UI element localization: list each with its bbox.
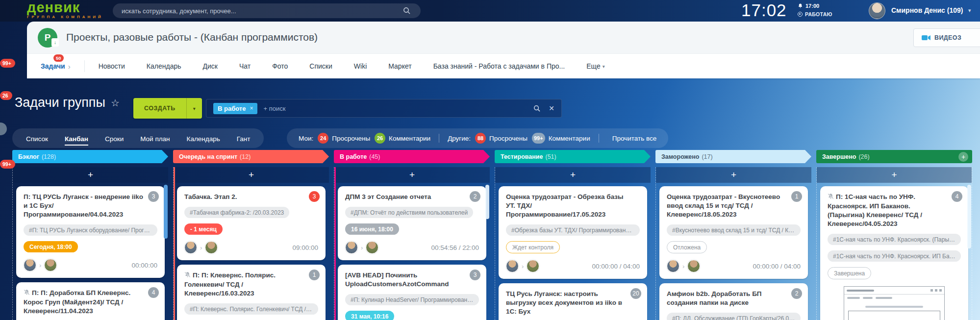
kanban-card[interactable]: Оценка трудозатрат - Вкуснотеево ввод ск… — [659, 186, 808, 279]
create-task-label[interactable]: СОЗДАТЬ — [133, 98, 186, 119]
column-add-row[interactable]: + — [656, 167, 811, 183]
nav-item-10[interactable]: Еще▾ — [586, 62, 605, 70]
remove-filter-icon[interactable]: × — [250, 105, 253, 112]
avatar[interactable] — [667, 260, 679, 272]
chevron-down-icon[interactable]: ▾ — [968, 7, 971, 14]
others-overdue-counter[interactable]: 88 Просрочены — [475, 133, 528, 144]
card-counter-badge[interactable]: 1 — [309, 270, 320, 280]
filter-chip[interactable]: В работе × — [213, 103, 257, 114]
view-tab-4[interactable]: Календарь — [187, 134, 220, 143]
avatar[interactable] — [506, 260, 519, 272]
rail-notification-badge[interactable]: 99+ — [0, 160, 15, 169]
column-add-button[interactable]: + — [958, 152, 968, 162]
kanban-card[interactable]: Амфион b2b. Доработать БП создания папки… — [659, 283, 808, 320]
task-tag[interactable]: #П: ТЦ РУСЬ Луганск оборудование/ Програ… — [24, 224, 157, 236]
user-name[interactable]: Смирнов Денис (109) — [891, 6, 963, 14]
column-add-row[interactable]: + — [495, 167, 651, 183]
kanban-card[interactable]: [AVB HEAD] Починить UploadCustomersAzotC… — [338, 265, 486, 320]
card-counter-badge[interactable]: 2 — [791, 288, 802, 299]
task-tag[interactable]: #П: Клевернс. Полярис. Голенкевич/ ТСД /… — [184, 303, 318, 315]
column-add-row[interactable]: + — [334, 167, 490, 183]
task-tag[interactable]: #1С-ная часть по УНФ. Красноярск. ИП Бак… — [828, 250, 961, 262]
kanban-card[interactable]: П: П: Доработка БП Клевернс. Корос Груп … — [16, 282, 165, 320]
nav-item-1[interactable]: Новости — [99, 62, 125, 70]
nav-item-8[interactable]: Маркет — [388, 62, 411, 70]
rail-notification-badge[interactable]: 99+ — [0, 59, 15, 68]
company-logo[interactable]: денвик ГРУППА КОМПАНИЙ — [27, 0, 103, 19]
column-header[interactable]: В работе(45) — [334, 150, 490, 163]
avatar[interactable] — [205, 241, 218, 254]
video-call-button[interactable]: ВИДЕОЗ — [913, 28, 980, 47]
global-search-input[interactable] — [113, 3, 421, 18]
attachment-preview[interactable] — [844, 286, 945, 320]
avatar[interactable] — [366, 241, 378, 254]
filter-placeholder[interactable]: + поиск — [263, 105, 285, 112]
work-status[interactable]: РАБОТАЮ — [798, 11, 832, 17]
filter-search-icon[interactable] — [533, 105, 541, 112]
avatar[interactable] — [184, 241, 197, 254]
task-tag[interactable]: #Вкуснотеево ввод склад 15 и тсд/ ТСД / … — [667, 224, 801, 236]
nav-item-7[interactable]: Wiki — [354, 62, 367, 70]
kanban-card[interactable]: ТЦ Русь Луганск: настроить выгрузку всех… — [499, 283, 647, 320]
view-tab-0[interactable]: Список — [26, 134, 48, 143]
kanban-card[interactable]: Оценка трудозатрат - Обрезка базы УТ. ТД… — [499, 186, 647, 279]
task-tag[interactable]: #Табачная фабрика-2: /20.03.2023 — [184, 207, 289, 218]
others-comments-counter[interactable]: 99+ Комментарии — [532, 133, 590, 144]
column-scrollbar[interactable] — [485, 185, 489, 219]
card-counter-badge[interactable]: 4 — [148, 287, 159, 298]
nav-item-6[interactable]: Списки — [309, 62, 332, 70]
rail-notification-badge[interactable]: 26 — [0, 91, 12, 100]
task-tag[interactable]: #1С-ная часть по УНФ. Красноярск. (Парыг… — [828, 234, 961, 245]
filter-clear-icon[interactable]: ✕ — [549, 104, 554, 112]
kanban-card[interactable]: П: 1С-ная часть по УНФ. Красноярск. ИП Б… — [820, 186, 968, 320]
column-add-row[interactable]: + — [817, 167, 972, 183]
my-comments-counter[interactable]: 26 Комментарии — [375, 133, 430, 144]
create-dropdown-arrow[interactable]: ▾ — [186, 98, 202, 119]
create-task-button[interactable]: СОЗДАТЬ ▾ — [133, 98, 202, 119]
column-add-row[interactable]: + — [174, 167, 329, 183]
avatar[interactable] — [44, 259, 57, 271]
avatar[interactable] — [687, 260, 700, 272]
kanban-card[interactable]: ДПМ 3 эт Создание отчета2#ДПМ: Отчёт по … — [338, 186, 486, 260]
nav-item-0[interactable]: Задачи50› — [41, 62, 71, 71]
nav-item-2[interactable]: Календарь — [147, 62, 181, 70]
user-avatar[interactable] — [869, 2, 885, 19]
view-tab-5[interactable]: Гант — [237, 134, 251, 143]
card-counter-badge[interactable]: 20 — [630, 288, 641, 299]
task-tag[interactable]: #Обрезка базы УТ. ТДХ/ Программирование/… — [506, 224, 640, 236]
column-header[interactable]: Завершено(26)+ — [816, 150, 972, 163]
card-counter-badge[interactable]: 2 — [470, 191, 480, 202]
column-header[interactable]: Тестирование(51) — [495, 150, 651, 163]
my-overdue-counter[interactable]: 24 Просрочены — [318, 133, 370, 144]
view-tab-3[interactable]: Мой план — [140, 134, 170, 143]
card-counter-badge[interactable]: 3 — [309, 191, 320, 202]
task-tag[interactable]: #П: Кулинар HeadServer/ Программирование… — [345, 294, 479, 305]
nav-item-5[interactable]: Фото — [272, 62, 288, 70]
alarm-block[interactable]: 17:00 — [798, 3, 819, 9]
avatar[interactable] — [527, 260, 539, 272]
view-tab-1[interactable]: Канбан — [65, 134, 88, 146]
search-icon[interactable] — [403, 7, 411, 15]
task-tag[interactable]: #П: ДД. Обслуживание (ТП) ГорКарты/26.04… — [667, 313, 801, 320]
column-header[interactable]: Бэклог(128) — [12, 150, 168, 163]
nav-item-9[interactable]: База знаний - Работа с задачами в Про... — [433, 62, 565, 70]
card-counter-badge[interactable]: 3 — [148, 191, 159, 202]
rail-help-button[interactable] — [0, 123, 7, 135]
project-icon[interactable]: P ↓ — [38, 28, 57, 48]
read-all-link[interactable]: Прочитать все — [612, 135, 657, 142]
card-counter-badge[interactable]: 1 — [791, 191, 802, 202]
avatar[interactable] — [345, 241, 358, 254]
card-counter-badge[interactable]: 4 — [952, 191, 962, 202]
view-tab-2[interactable]: Сроки — [105, 134, 124, 143]
kanban-card[interactable]: Табачка. Этап 2.3#Табачная фабрика-2: /2… — [177, 186, 326, 260]
kanban-card[interactable]: П: П: Клевернс. Полярис. Голенкевич/ ТСД… — [177, 265, 326, 320]
column-add-row[interactable]: + — [13, 167, 168, 183]
nav-item-3[interactable]: Диск — [203, 62, 218, 70]
clock[interactable]: 17:02 — [741, 0, 787, 20]
avatar[interactable] — [24, 259, 36, 271]
nav-item-4[interactable]: Чат — [239, 62, 251, 70]
filter-search-bar[interactable]: В работе × + поиск ✕ — [206, 99, 562, 118]
column-header[interactable]: Очередь на спринт(12) — [173, 150, 329, 163]
task-tag[interactable]: #ДПМ: Отчёт по действиям пользователей — [345, 207, 473, 218]
favorite-star-icon[interactable]: ☆ — [111, 97, 120, 109]
